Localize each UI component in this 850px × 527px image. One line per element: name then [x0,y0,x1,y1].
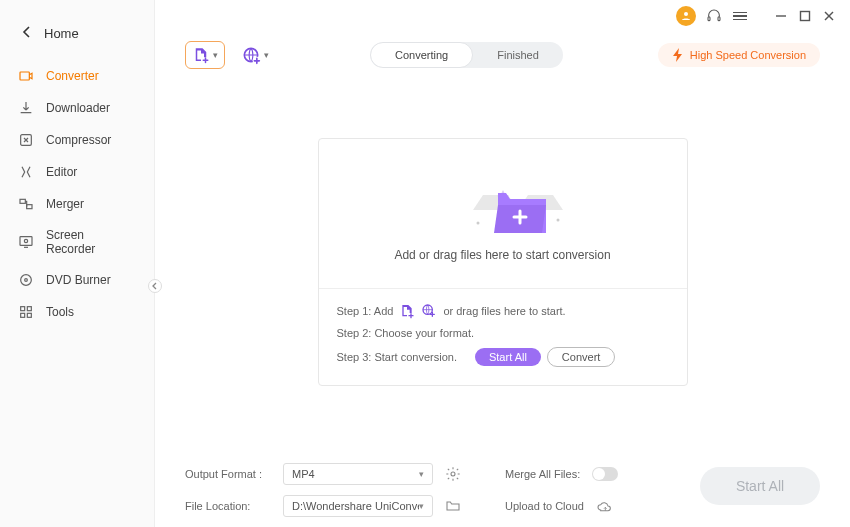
dvd-burner-icon [18,272,34,288]
svg-point-0 [684,12,688,16]
toolbar: ▾ ▾ Converting Finished High Speed Conve… [155,32,850,78]
user-avatar[interactable] [676,6,696,26]
headset-icon[interactable] [706,8,722,24]
main-area: ▾ ▾ Converting Finished High Speed Conve… [155,32,850,527]
start-all-button[interactable]: Start All [700,467,820,505]
window-minimize[interactable] [774,9,788,23]
convert-mini-button[interactable]: Convert [547,347,616,367]
svg-rect-9 [20,199,25,203]
upload-cloud-label: Upload to Cloud [505,500,584,512]
sidebar-collapse-handle[interactable] [148,279,162,293]
downloader-icon [18,100,34,116]
step1-prefix: Step 1: Add [337,305,394,317]
sidebar-item-editor[interactable]: Editor [0,156,154,188]
svg-point-12 [24,239,27,242]
tab-converting[interactable]: Converting [370,42,473,68]
svg-rect-18 [27,313,31,317]
merger-icon [18,196,34,212]
cloud-icon[interactable] [596,498,612,514]
svg-point-14 [25,279,28,282]
svg-rect-11 [20,237,32,246]
open-folder-icon[interactable] [445,498,461,514]
dropzone-text: Add or drag files here to start conversi… [394,248,610,262]
add-url-icon [421,303,437,319]
output-format-select[interactable]: MP4 ▾ [283,463,433,485]
dropzone[interactable]: Add or drag files here to start conversi… [318,138,688,386]
lightning-icon [672,48,684,62]
sidebar-item-label: Screen Recorder [46,228,136,256]
converter-icon [18,68,34,84]
sidebar-item-label: Editor [46,165,77,179]
add-url-icon [241,45,261,65]
sidebar-title: Home [44,26,79,41]
screen-recorder-icon [18,234,34,250]
tools-icon [18,304,34,320]
merge-all-label: Merge All Files: [505,468,580,480]
svg-rect-17 [21,313,25,317]
sidebar-item-label: Compressor [46,133,111,147]
titlebar [662,0,850,32]
step1-suffix: or drag files here to start. [443,305,565,317]
svg-point-22 [556,219,559,222]
chevron-down-icon: ▾ [264,50,269,60]
svg-rect-16 [27,307,31,311]
sidebar-item-tools[interactable]: Tools [0,296,154,328]
svg-point-13 [21,275,32,286]
dropzone-top: Add or drag files here to start conversi… [319,139,687,289]
dropzone-steps: Step 1: Add or drag files here to start.… [319,289,687,385]
window-maximize[interactable] [798,9,812,23]
menu-icon[interactable] [732,8,748,24]
sidebar-item-dvd-burner[interactable]: DVD Burner [0,264,154,296]
chevron-down-icon: ▾ [419,469,424,479]
compressor-icon [18,132,34,148]
sidebar-header: Home [0,24,154,60]
svg-rect-7 [20,72,29,80]
chevron-down-icon: ▾ [419,501,424,511]
sidebar-item-screen-recorder[interactable]: Screen Recorder [0,220,154,264]
chevron-down-icon: ▾ [213,50,218,60]
add-file-icon [399,303,415,319]
add-file-button[interactable]: ▾ [185,41,225,69]
sidebar: Home Converter Downloader Compressor Edi… [0,0,155,527]
tab-finished[interactable]: Finished [473,42,563,68]
start-all-mini-button[interactable]: Start All [475,348,541,366]
sidebar-item-label: Downloader [46,101,110,115]
settings-gear-icon[interactable] [445,466,461,482]
sidebar-item-compressor[interactable]: Compressor [0,124,154,156]
svg-rect-1 [708,17,710,21]
sidebar-item-converter[interactable]: Converter [0,60,154,92]
svg-point-21 [476,222,479,225]
folder-plus-icon [458,165,548,230]
back-icon[interactable] [22,24,32,42]
step3-text: Step 3: Start conversion. [337,351,457,363]
svg-point-24 [451,472,455,476]
status-tabs: Converting Finished [370,42,563,68]
sidebar-item-label: Tools [46,305,74,319]
svg-rect-10 [27,205,32,209]
sidebar-item-label: Converter [46,69,99,83]
file-location-select[interactable]: D:\Wondershare UniConverter 1 ▾ [283,495,433,517]
svg-rect-4 [801,12,810,21]
file-location-label: File Location: [185,500,271,512]
svg-rect-15 [21,307,25,311]
sidebar-item-merger[interactable]: Merger [0,188,154,220]
sidebar-item-label: DVD Burner [46,273,111,287]
merge-all-toggle[interactable] [592,467,618,481]
sidebar-item-label: Merger [46,197,84,211]
output-format-label: Output Format : [185,468,271,480]
editor-icon [18,164,34,180]
window-close[interactable] [822,9,836,23]
sidebar-item-downloader[interactable]: Downloader [0,92,154,124]
add-file-icon [192,46,210,64]
add-url-button[interactable]: ▾ [235,41,275,69]
svg-rect-2 [718,17,720,21]
high-speed-conversion[interactable]: High Speed Conversion [658,43,820,67]
step2-text: Step 2: Choose your format. [337,327,475,339]
